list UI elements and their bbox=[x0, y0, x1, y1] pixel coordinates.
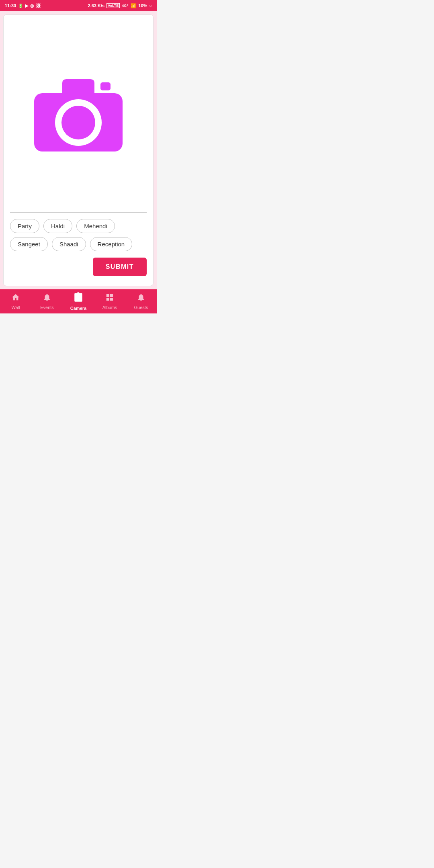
submit-row: SUBMIT bbox=[10, 258, 147, 276]
volte-badge: VoLTE bbox=[106, 3, 120, 8]
nav-camera-label: Camera bbox=[70, 306, 86, 311]
upload-card: Party Haldi Mehendi Sangeet Shaadi Recep… bbox=[3, 14, 154, 286]
camera-nav-icon bbox=[73, 292, 84, 305]
signal-icon: 📶 bbox=[131, 3, 136, 8]
nav-camera[interactable]: Camera bbox=[63, 292, 94, 311]
main-content: Party Haldi Mehendi Sangeet Shaadi Recep… bbox=[0, 11, 157, 289]
status-right: 2.63 K/s VoLTE 4G⁺ 📶 10% ○ bbox=[88, 3, 152, 8]
tag-reception[interactable]: Reception bbox=[90, 237, 133, 251]
svg-point-3 bbox=[61, 106, 95, 139]
bottom-nav: Wall Events Camera Albums bbox=[0, 289, 157, 313]
bell-icon bbox=[43, 293, 51, 304]
tag-party[interactable]: Party bbox=[10, 219, 39, 233]
camera-upload-area[interactable] bbox=[10, 21, 147, 209]
camera-icon bbox=[30, 71, 127, 160]
tag-shaadi[interactable]: Shaadi bbox=[52, 237, 86, 251]
tags-section: Party Haldi Mehendi Sangeet Shaadi Recep… bbox=[10, 219, 147, 251]
gallery-icon: 🖼 bbox=[36, 3, 41, 8]
youtube-icon: ▶ bbox=[25, 3, 28, 8]
status-left: 11:30 🔋 ▶ ◎ 🖼 bbox=[5, 3, 41, 8]
submit-button[interactable]: SUBMIT bbox=[93, 258, 147, 276]
guests-icon bbox=[137, 293, 145, 304]
nav-albums-label: Albums bbox=[102, 305, 117, 310]
network-speed: 2.63 K/s bbox=[88, 3, 105, 8]
tag-sangeet[interactable]: Sangeet bbox=[10, 237, 48, 251]
nav-albums[interactable]: Albums bbox=[94, 293, 125, 310]
divider bbox=[10, 212, 147, 213]
albums-icon bbox=[105, 293, 114, 304]
network-type: 4G⁺ bbox=[122, 4, 129, 8]
time: 11:30 bbox=[5, 3, 16, 8]
home-icon bbox=[11, 293, 20, 304]
nav-wall-label: Wall bbox=[12, 305, 20, 310]
battery-percent: 10% bbox=[138, 3, 147, 8]
nav-guests-label: Guests bbox=[134, 305, 148, 310]
compass-icon: ◎ bbox=[30, 3, 34, 8]
nav-events[interactable]: Events bbox=[31, 293, 63, 310]
nav-wall[interactable]: Wall bbox=[0, 293, 31, 310]
tag-haldi[interactable]: Haldi bbox=[43, 219, 72, 233]
nav-events-label: Events bbox=[40, 305, 54, 310]
battery-icon: 🔋 bbox=[18, 4, 23, 8]
status-bar: 11:30 🔋 ▶ ◎ 🖼 2.63 K/s VoLTE 4G⁺ 📶 10% ○ bbox=[0, 0, 157, 11]
svg-rect-1 bbox=[100, 82, 111, 90]
tag-mehendi[interactable]: Mehendi bbox=[76, 219, 115, 233]
nav-guests[interactable]: Guests bbox=[125, 293, 157, 310]
battery-indicator: ○ bbox=[149, 3, 152, 8]
